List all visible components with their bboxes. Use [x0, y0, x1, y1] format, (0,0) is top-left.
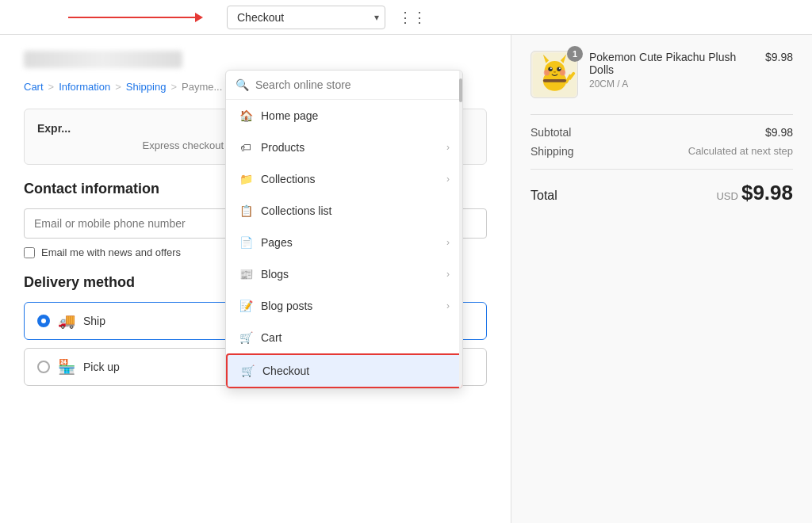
total-currency: USD	[716, 190, 737, 202]
divider-1	[530, 114, 793, 115]
subtotal-value: $9.98	[765, 126, 793, 139]
svg-point-10	[559, 67, 561, 69]
subtotal-row: Subtotal $9.98	[530, 126, 793, 139]
truck-icon: 🚚	[58, 312, 75, 330]
breadcrumb-sep3: >	[170, 81, 177, 93]
product-image-wrapper: 1	[530, 51, 578, 98]
dropdown-item-left-collections-list: 📋 Collections list	[239, 204, 331, 218]
page-select-dropdown[interactable]: Checkout	[227, 6, 385, 29]
top-bar: Checkout ▾ ⋮⋮	[0, 0, 812, 35]
subtotal-label: Subtotal	[530, 126, 571, 139]
svg-rect-14	[542, 79, 565, 82]
dropdown-search-row: 🔍	[226, 71, 462, 100]
shipping-value: Calculated at next step	[688, 145, 793, 158]
dropdown-item-label-collections: Collections	[261, 173, 315, 185]
tag-icon: 🏷	[239, 140, 253, 155]
dropdown-item-left-collections: 📁 Collections	[239, 172, 315, 186]
dropdown-item-left-home: 🏠 Home page	[239, 109, 318, 123]
dropdown-item-label-blog-posts: Blog posts	[261, 300, 312, 312]
total-row: Total USD $9.98	[530, 181, 793, 205]
pickup-radio	[37, 361, 50, 373]
folder-icon-collections-list: 📋	[239, 204, 253, 218]
product-variant: 20CM / A	[589, 78, 754, 90]
dropdown-list: 🏠 Home page 🏷 Products › 📁	[226, 100, 462, 388]
product-price: $9.98	[765, 51, 793, 63]
total-amount: USD $9.98	[716, 181, 793, 205]
shipping-label: Shipping	[530, 145, 574, 158]
dropdown-item-label-blogs: Blogs	[261, 268, 289, 281]
dropdown-item-pages[interactable]: 📄 Pages ›	[226, 227, 462, 258]
page-icon: 📄	[239, 235, 253, 250]
product-name: Pokemon Cute Pikachu Plush Dolls	[589, 51, 754, 76]
page-selector-wrapper: Checkout ▾	[227, 6, 385, 29]
svg-point-8	[557, 67, 561, 71]
dropdown-item-left-cart: 🛒 Cart	[239, 330, 282, 345]
total-price: $9.98	[741, 181, 793, 205]
dropdown-item-blog-posts[interactable]: 📝 Blog posts ›	[226, 290, 462, 322]
pickup-label: Pick up	[83, 361, 120, 373]
breadcrumb-shipping[interactable]: Shipping	[126, 81, 167, 93]
svg-point-12	[559, 70, 565, 75]
chevron-right-icon-products: ›	[446, 142, 450, 153]
store-name-blurred	[24, 51, 182, 68]
breadcrumb-cart[interactable]: Cart	[24, 81, 44, 93]
main-layout: Cart > Information > Shipping > Payme...…	[0, 35, 812, 523]
divider-2	[530, 169, 793, 170]
red-arrow-indicator	[68, 13, 203, 22]
email-news-checkbox[interactable]	[24, 247, 35, 258]
page-select-dropdown-panel: 🔍 🏠 Home page 🏷 Products	[225, 70, 463, 389]
dropdown-item-blogs[interactable]: 📰 Blogs ›	[226, 258, 462, 290]
dropdown-item-label-products: Products	[261, 141, 304, 154]
svg-point-7	[548, 67, 553, 71]
product-info: Pokemon Cute Pikachu Plush Dolls 20CM / …	[589, 51, 754, 90]
dropdown-item-label-checkout: Checkout	[262, 365, 309, 377]
arrow-head	[195, 13, 203, 22]
order-item: 1 Pokemon Cute Pikachu Plush Dolls 20CM …	[530, 51, 793, 98]
dropdown-item-label-collections-list: Collections list	[261, 204, 331, 217]
total-label: Total	[530, 189, 557, 203]
ship-radio	[37, 315, 50, 327]
left-panel: Cart > Information > Shipping > Payme...…	[0, 35, 511, 523]
dropdown-item-collections-list[interactable]: 📋 Collections list	[226, 195, 462, 227]
chevron-right-icon-pages: ›	[446, 237, 450, 248]
dropdown-search-input[interactable]	[255, 78, 453, 91]
dropdown-item-left-pages: 📄 Pages	[239, 235, 293, 250]
chevron-right-icon-blog-posts: ›	[446, 300, 450, 311]
dropdown-item-collections[interactable]: 📁 Collections ›	[226, 163, 462, 195]
dropdown-item-products[interactable]: 🏷 Products ›	[226, 132, 462, 163]
store-icon: 🏪	[58, 358, 75, 376]
home-icon: 🏠	[239, 109, 253, 123]
svg-point-11	[543, 70, 549, 75]
right-panel: 1 Pokemon Cute Pikachu Plush Dolls 20CM …	[511, 35, 812, 523]
dropdown-item-label-cart: Cart	[261, 331, 282, 344]
breadcrumb-information[interactable]: Information	[59, 81, 110, 93]
chevron-right-icon-blogs: ›	[446, 269, 450, 280]
ship-label: Ship	[83, 315, 105, 327]
dropdown-item-checkout[interactable]: 🛒 Checkout	[226, 353, 462, 388]
product-quantity-badge: 1	[567, 46, 583, 62]
dropdown-item-left-blogs: 📰 Blogs	[239, 267, 289, 281]
blog-icon: 📰	[239, 267, 253, 281]
chevron-right-icon-collections: ›	[446, 174, 450, 185]
arrow-line	[68, 17, 195, 18]
svg-point-13	[553, 71, 556, 72]
breadcrumb-sep2: >	[115, 81, 121, 93]
dropdown-item-home[interactable]: 🏠 Home page	[226, 100, 462, 132]
email-news-label: Email me with news and offers	[41, 246, 181, 258]
shipping-row: Shipping Calculated at next step	[530, 145, 793, 158]
blogpost-icon: 📝	[239, 299, 253, 313]
dropdown-item-label-home: Home page	[261, 109, 318, 122]
dropdown-item-left-checkout: 🛒 Checkout	[240, 364, 309, 378]
cart-icon: 🛒	[239, 330, 253, 345]
svg-point-9	[550, 67, 552, 69]
dropdown-item-left-blog-posts: 📝 Blog posts	[239, 299, 312, 313]
breadcrumb-payment: Payme...	[182, 81, 222, 93]
search-icon: 🔍	[236, 78, 249, 91]
checkout-icon: 🛒	[240, 364, 255, 378]
dropdown-scrollbar-thumb	[459, 78, 462, 102]
dropdown-item-left-products: 🏷 Products	[239, 140, 304, 155]
dropdown-item-cart[interactable]: 🛒 Cart	[226, 322, 462, 353]
folder-icon-collections: 📁	[239, 172, 253, 186]
dropdown-scrollbar	[459, 71, 462, 388]
grid-view-icon[interactable]: ⋮⋮	[398, 9, 427, 26]
